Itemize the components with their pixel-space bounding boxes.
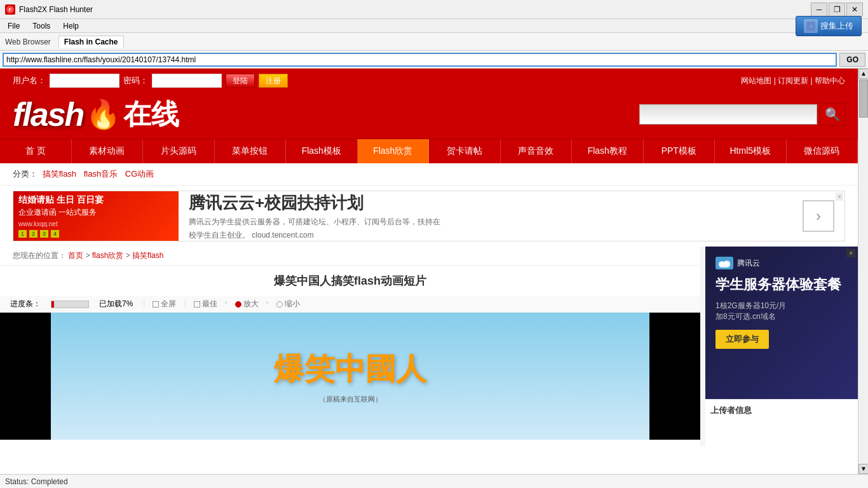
zoom-in-radio [235, 301, 241, 308]
nav-html5[interactable]: Html5模板 [715, 139, 787, 163]
ad-desc1: 腾讯云为学生提供云服务器，可搭建论坛、小程序、订阅号后台等，扶持在 [189, 217, 782, 227]
nav-menu[interactable]: 菜单按钮 [215, 139, 287, 163]
nav-home[interactable]: 首 页 [0, 139, 72, 163]
tencent-ad-close[interactable]: × [846, 249, 855, 257]
progress-bar [51, 301, 89, 308]
breadcrumb-flash[interactable]: flash欣赏 [92, 251, 123, 260]
cat-cg-animation[interactable]: CG动画 [125, 169, 154, 179]
progress-area: 进度条： 已加载7% | 全屏 | 最佳 [0, 296, 700, 313]
search-input[interactable] [639, 104, 817, 125]
password-label: 密码： [123, 75, 148, 86]
flash-title: 爆笑中国人搞笑flash动画短片 [0, 266, 700, 296]
login-button[interactable]: 登陆 [226, 74, 255, 88]
nav-bar: 首 页 素材动画 片头源码 菜单按钮 Flash模板 Flash欣赏 贺卡请帖 … [0, 139, 858, 163]
ad-arrow-button[interactable]: › [803, 200, 834, 232]
search-row: 🔍 [639, 103, 845, 126]
scroll-down-button[interactable]: ▼ [858, 464, 868, 474]
fullscreen-option[interactable]: 全屏 [153, 299, 176, 309]
tencent-brand-label: 腾讯云 [737, 258, 760, 269]
password-input[interactable] [152, 74, 222, 88]
toolbar: Web Browser Flash in Cache [0, 33, 868, 51]
option-separator4: • [266, 299, 269, 309]
best-label: 最佳 [202, 299, 217, 309]
logo-cn: 在线 [123, 96, 179, 133]
breadcrumb-sep2: > [126, 251, 132, 260]
scrollbar[interactable]: ▲ ▼ [858, 69, 868, 474]
best-option[interactable]: 最佳 [194, 299, 217, 309]
tencent-cta-button[interactable]: 立即参与 [715, 330, 769, 349]
fullscreen-checkbox [153, 301, 159, 308]
cat-flash-music[interactable]: flash音乐 [84, 169, 118, 179]
scroll-thumb[interactable] [859, 79, 868, 118]
status-text: Status: Completed [5, 477, 68, 486]
breadcrumb-funny[interactable]: 搞笑flash [132, 251, 163, 260]
zoom-out-option[interactable]: 缩小 [276, 299, 300, 309]
username-label: 用户名： [13, 75, 46, 86]
logo-row: flash 🔥 在线 🔍 [0, 93, 858, 139]
nav-header[interactable]: 片头源码 [143, 139, 215, 163]
scroll-up-button[interactable]: ▲ [858, 69, 868, 79]
close-button[interactable]: ✕ [846, 3, 863, 17]
breadcrumb-home[interactable]: 首页 [68, 251, 83, 260]
urlbar: GO [0, 51, 868, 69]
flash-left-black [0, 313, 51, 440]
minimize-button[interactable]: ─ [811, 3, 827, 17]
ad-title: 腾讯云云+校园扶持计划 [189, 192, 782, 214]
nav-sound[interactable]: 声音音效 [501, 139, 573, 163]
zoom-in-option[interactable]: 放大 [235, 299, 259, 309]
category-prefix: 分类： [13, 169, 37, 179]
web-browser-label: Web Browser [5, 37, 51, 46]
username-input[interactable] [50, 74, 119, 88]
tencent-title: 学生服务器体验套餐 [715, 276, 848, 294]
progress-fill [51, 301, 54, 308]
search-button[interactable]: 🔍 [820, 103, 845, 126]
ad-left-url: www.kxqq.net [18, 220, 173, 227]
app-icon: F [5, 4, 15, 15]
nav-tutorial[interactable]: Flash教程 [572, 139, 644, 163]
upload-button[interactable]: ↑ 搜集上传 [796, 16, 862, 36]
nav-card[interactable]: 贺卡请帖 [429, 139, 501, 163]
option-separator3: • [225, 299, 227, 309]
view-options: | 全屏 | 最佳 • 放大 [143, 299, 300, 309]
nav-materials[interactable]: 素材动画 [72, 139, 144, 163]
flash-chinese-title: 爆笑中國人 [274, 349, 426, 390]
menu-tools[interactable]: Tools [27, 20, 55, 32]
restore-button[interactable]: ❐ [829, 3, 845, 17]
zoom-in-label: 放大 [243, 299, 259, 309]
best-checkbox [194, 301, 200, 308]
scroll-track[interactable] [858, 79, 868, 464]
ad-desc2: 校学生自主创业。 cloud.tencent.com [189, 230, 782, 241]
ad-left: 结婚请贴 生日 百日宴 企业邀请函 一站式服务 www.kxqq.net 1 2… [13, 191, 179, 241]
titlebar-left: F Flash2X Flash Hunter [5, 4, 93, 15]
nav-flash[interactable]: Flash欣赏 [358, 139, 430, 163]
ad-num1: 1 [18, 230, 27, 238]
flash-cache-tab[interactable]: Flash in Cache [58, 36, 124, 48]
url-input[interactable] [3, 53, 837, 67]
nav-wechat[interactable]: 微信源码 [787, 139, 858, 163]
app-title: Flash2X Flash Hunter [19, 5, 93, 14]
tencent-cloud-icon [715, 257, 733, 269]
tencent-logo: 腾讯云 [715, 257, 848, 269]
titlebar-controls: ─ ❐ ✕ [811, 3, 863, 17]
category-row: 分类： 搞笑flash flash音乐 CG动画 [0, 163, 858, 186]
browser-content: ▲ ▼ 用户名： 密码： 登陆 注册 网站地图 | 订阅更新 | 帮助中心 [0, 69, 868, 474]
progress-label: 进度条： [10, 299, 41, 309]
logo-flame-icon: 🔥 [86, 98, 121, 131]
svg-text:↑: ↑ [810, 24, 812, 29]
tencent-desc2: 加8元可选.cn域名 [715, 311, 848, 322]
ad-close-button[interactable]: × [836, 193, 843, 201]
ad-num4: 4 [51, 230, 59, 238]
fullscreen-label: 全屏 [161, 299, 176, 309]
cat-funny-flash[interactable]: 搞笑flash [43, 169, 76, 179]
menu-file[interactable]: File [3, 20, 25, 32]
menu-help[interactable]: Help [58, 20, 84, 32]
site-logo: flash 🔥 在线 [13, 95, 179, 133]
ad-num3: 3 [40, 230, 48, 238]
go-button[interactable]: GO [839, 53, 865, 67]
register-button[interactable]: 注册 [259, 74, 288, 88]
nav-ppt[interactable]: PPT模板 [644, 139, 715, 163]
nav-template[interactable]: Flash模板 [286, 139, 358, 163]
zoom-out-radio [276, 301, 283, 308]
upload-icon: ↑ [804, 19, 818, 33]
option-separator2: | [184, 299, 186, 309]
